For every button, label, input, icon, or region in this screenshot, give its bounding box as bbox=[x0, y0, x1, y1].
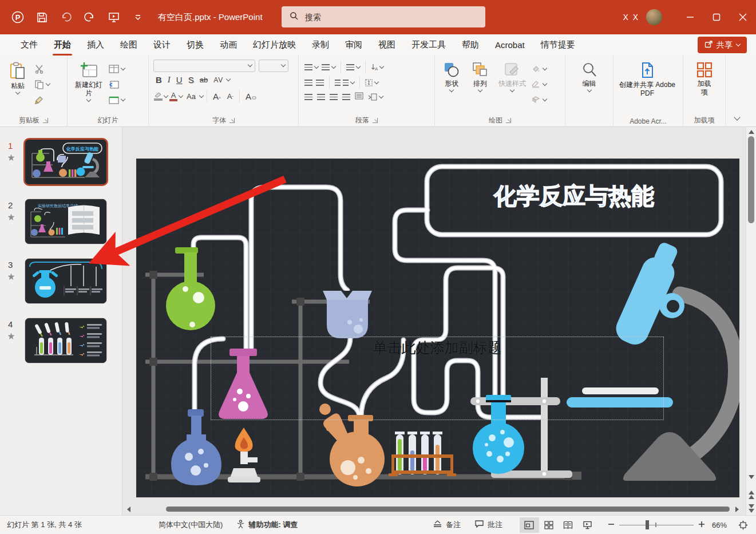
close-button[interactable] bbox=[730, 0, 756, 34]
chevron-down-icon[interactable] bbox=[226, 77, 231, 81]
zoom-slider-handle[interactable] bbox=[646, 520, 649, 529]
underline-button[interactable]: U bbox=[174, 75, 185, 85]
reset-slide-button[interactable] bbox=[109, 78, 125, 90]
align-right-button[interactable] bbox=[330, 94, 338, 100]
italic-button[interactable]: I bbox=[165, 75, 173, 85]
paragraph-dialog-launcher-icon[interactable] bbox=[373, 118, 378, 123]
tab-animations[interactable]: 动画 bbox=[212, 34, 245, 56]
search-box[interactable] bbox=[282, 6, 485, 27]
cut-button[interactable] bbox=[34, 63, 50, 74]
shape-outline-button[interactable] bbox=[531, 78, 547, 90]
zoom-level[interactable]: 66% bbox=[707, 516, 731, 534]
tab-developer[interactable]: 开发工具 bbox=[403, 34, 454, 56]
user-name[interactable]: X X bbox=[623, 13, 639, 22]
strikethrough-button[interactable]: ab bbox=[197, 76, 210, 84]
zoom-in-button[interactable] bbox=[696, 521, 707, 529]
align-center-button[interactable] bbox=[317, 94, 325, 100]
drawing-dialog-launcher-icon[interactable] bbox=[506, 118, 511, 123]
subtitle-placeholder[interactable]: 单击此处添加副标题 bbox=[211, 337, 664, 420]
shape-fill-button[interactable] bbox=[531, 63, 547, 74]
customize-toolbar-chevron-icon[interactable] bbox=[130, 10, 145, 25]
tab-transitions[interactable]: 切换 bbox=[179, 34, 212, 56]
font-color-button[interactable]: A bbox=[169, 92, 177, 101]
zoom-out-button[interactable] bbox=[605, 521, 617, 529]
comments-button[interactable]: 批注 bbox=[468, 516, 509, 534]
slide-position-indicator[interactable]: 幻灯片 第 1 张, 共 4 张 bbox=[0, 516, 89, 534]
slide-layout-button[interactable] bbox=[109, 63, 125, 74]
slide-canvas-area[interactable]: 化学反应与热能 单击此处添加副标题 bbox=[122, 127, 756, 515]
notes-button[interactable]: 备注 bbox=[426, 516, 468, 534]
shapes-button[interactable]: 形状 bbox=[438, 58, 465, 113]
previous-slide-button[interactable] bbox=[749, 491, 754, 499]
tab-design[interactable]: 设计 bbox=[145, 34, 179, 56]
change-case-button[interactable]: Aa bbox=[184, 92, 198, 101]
slideshow-view-button[interactable] bbox=[578, 517, 597, 533]
normal-view-button[interactable] bbox=[520, 517, 539, 533]
tab-record[interactable]: 录制 bbox=[304, 34, 337, 56]
tab-review[interactable]: 审阅 bbox=[337, 34, 370, 56]
shape-effects-button[interactable] bbox=[531, 94, 547, 105]
create-share-adobe-pdf-button[interactable]: 创建并共享 Adobe PDF bbox=[617, 58, 678, 113]
highlight-color-button[interactable] bbox=[153, 92, 163, 101]
user-avatar[interactable] bbox=[646, 9, 662, 25]
save-icon[interactable] bbox=[34, 10, 49, 25]
shrink-font-button[interactable]: Aˇ bbox=[225, 92, 236, 101]
powerpoint-app-icon[interactable]: P bbox=[10, 10, 25, 25]
slide-thumbnail-4[interactable] bbox=[25, 318, 106, 363]
editing-button[interactable]: 编辑 bbox=[573, 58, 605, 113]
bullets-button[interactable] bbox=[304, 61, 318, 73]
zoom-slider[interactable] bbox=[619, 520, 694, 529]
slide-thumbnail-1[interactable]: 化学反应与热能 bbox=[25, 140, 106, 184]
accessibility-status[interactable]: 辅助功能: 调查 bbox=[229, 516, 304, 534]
tab-home[interactable]: 开始 bbox=[46, 34, 79, 56]
decrease-indent-button[interactable] bbox=[304, 77, 312, 88]
tab-view[interactable]: 视图 bbox=[370, 34, 403, 56]
vertical-scrollbar-thumb[interactable] bbox=[748, 136, 754, 223]
scroll-down-icon[interactable] bbox=[749, 475, 754, 479]
clipboard-dialog-launcher-icon[interactable] bbox=[43, 118, 48, 123]
undo-icon[interactable] bbox=[58, 10, 73, 25]
increase-indent-button[interactable] bbox=[316, 77, 324, 88]
scroll-left-icon[interactable] bbox=[127, 507, 130, 512]
tab-draw[interactable]: 绘图 bbox=[112, 34, 145, 56]
slide-thumbnail-3[interactable] bbox=[25, 259, 106, 303]
paste-button[interactable]: 粘贴 bbox=[3, 58, 32, 113]
reading-view-button[interactable] bbox=[559, 517, 578, 533]
justify-button[interactable] bbox=[342, 94, 350, 100]
arrange-button[interactable]: 排列 bbox=[467, 58, 493, 113]
share-button[interactable]: 共享 bbox=[698, 37, 747, 53]
convert-smartart-button[interactable] bbox=[368, 91, 383, 102]
columns-button[interactable] bbox=[335, 77, 354, 88]
new-slide-button[interactable]: 新建幻灯片 bbox=[71, 58, 106, 113]
slide-sorter-view-button[interactable] bbox=[539, 517, 559, 533]
copy-button[interactable] bbox=[34, 78, 50, 90]
tab-insert[interactable]: 插入 bbox=[79, 34, 112, 56]
redo-icon[interactable] bbox=[82, 10, 97, 25]
font-name-combo[interactable] bbox=[153, 60, 255, 72]
clear-formatting-button[interactable]: A bbox=[243, 92, 259, 101]
slide-editing-surface[interactable]: 化学反应与热能 单击此处添加副标题 bbox=[136, 159, 739, 497]
section-button[interactable] bbox=[109, 94, 125, 105]
vertical-scrollbar[interactable] bbox=[746, 127, 756, 515]
font-dialog-launcher-icon[interactable] bbox=[229, 118, 235, 123]
start-slideshow-icon[interactable] bbox=[106, 10, 121, 25]
horizontal-scrollbar-thumb[interactable] bbox=[166, 507, 730, 512]
text-direction-button[interactable]: A bbox=[371, 61, 383, 73]
tab-storyboard[interactable]: 情节提要 bbox=[533, 34, 583, 56]
numbering-button[interactable] bbox=[322, 61, 335, 73]
line-spacing-button[interactable] bbox=[346, 61, 360, 73]
language-indicator[interactable]: 简体中文(中国大陆) bbox=[152, 516, 230, 534]
maximize-button[interactable] bbox=[703, 0, 730, 34]
align-left-button[interactable] bbox=[304, 94, 312, 100]
align-text-button[interactable] bbox=[365, 77, 378, 88]
format-painter-button[interactable] bbox=[34, 94, 50, 105]
scroll-up-icon[interactable] bbox=[749, 130, 754, 134]
search-input[interactable] bbox=[304, 12, 453, 22]
tab-help[interactable]: 帮助 bbox=[454, 34, 487, 56]
addins-button[interactable]: 加载项 bbox=[691, 58, 718, 113]
grow-font-button[interactable]: A^ bbox=[211, 92, 223, 101]
tab-slideshow[interactable]: 幻灯片放映 bbox=[245, 34, 304, 56]
font-size-combo[interactable] bbox=[259, 60, 288, 72]
collapse-ribbon-chevron-icon[interactable] bbox=[734, 114, 740, 120]
tab-file[interactable]: 文件 bbox=[13, 34, 46, 56]
